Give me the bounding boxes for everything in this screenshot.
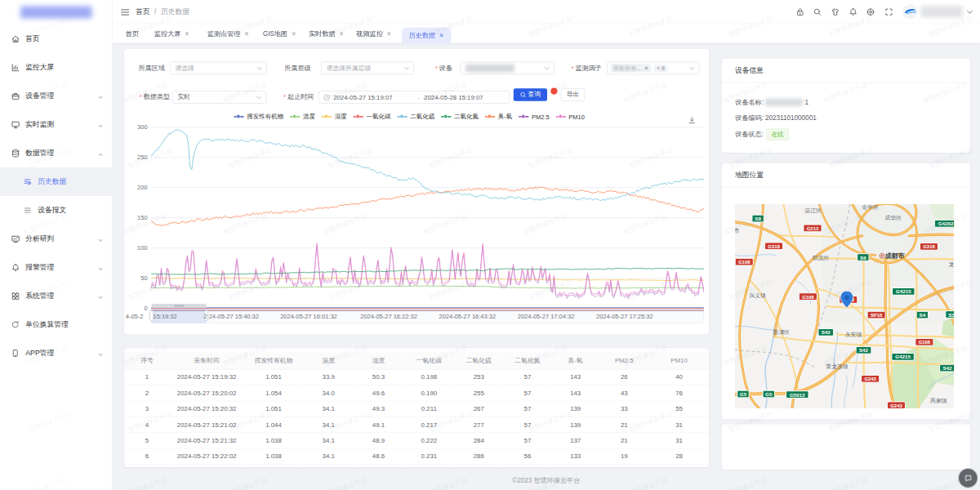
svg-text:G108: G108 (919, 340, 931, 345)
svg-text:龙: 龙 (949, 261, 955, 267)
svg-text:S8: S8 (755, 216, 761, 221)
svg-text:市: 市 (735, 228, 739, 234)
svg-text:成华区: 成华区 (884, 215, 902, 220)
svg-text:G5012: G5012 (790, 392, 805, 398)
svg-text:双流区: 双流区 (813, 255, 830, 261)
svg-text:G4202: G4202 (938, 220, 954, 226)
svg-text:G5: G5 (740, 391, 747, 397)
svg-text:S6: S6 (860, 255, 866, 261)
svg-text:100: 100 (137, 244, 148, 252)
svg-text:S42: S42 (822, 329, 831, 335)
svg-text:G318: G318 (768, 244, 780, 249)
svg-text:250: 250 (137, 154, 148, 161)
svg-text:兴义镇: 兴义镇 (749, 292, 766, 299)
svg-text:永安镇: 永安镇 (845, 332, 862, 338)
svg-text:G5: G5 (765, 391, 773, 397)
svg-text:G213: G213 (807, 226, 819, 231)
svg-text:G243: G243 (864, 376, 876, 381)
svg-text:S3: S3 (948, 312, 954, 318)
svg-text:G243: G243 (890, 403, 902, 408)
svg-text:新津区: 新津区 (773, 329, 791, 336)
svg-text:温江区: 温江区 (804, 207, 822, 214)
svg-text:G108: G108 (738, 260, 751, 265)
svg-text:G318: G318 (923, 244, 935, 249)
svg-text:S42: S42 (942, 365, 952, 371)
svg-text:G108: G108 (802, 295, 814, 300)
svg-text:300: 300 (137, 123, 148, 131)
svg-text:高家镇: 高家镇 (930, 398, 947, 404)
svg-text:金牛区: 金牛区 (862, 204, 879, 210)
svg-text:SP16: SP16 (871, 313, 883, 318)
svg-text:0: 0 (144, 305, 147, 312)
svg-text:150: 150 (137, 214, 148, 221)
svg-text:G4215: G4215 (895, 354, 911, 359)
svg-text:50: 50 (140, 274, 147, 282)
svg-text:G4215: G4215 (896, 288, 911, 294)
svg-text:黄龙溪镇: 黄龙溪镇 (826, 363, 849, 370)
svg-text:成都市: 成都市 (884, 252, 904, 260)
svg-text:S4: S4 (920, 312, 926, 318)
svg-text:200: 200 (137, 184, 148, 191)
svg-text:S42: S42 (859, 347, 869, 353)
